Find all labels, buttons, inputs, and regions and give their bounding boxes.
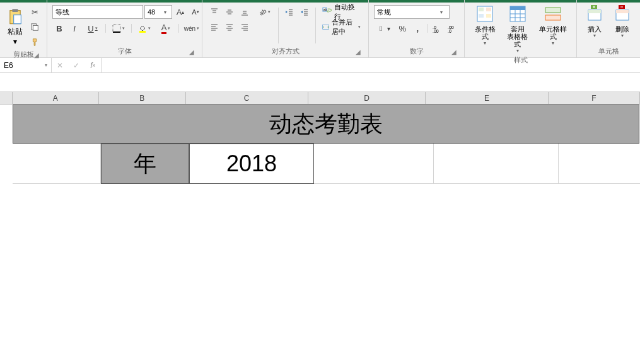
svg-rect-5 (113, 25, 120, 32)
insert-function-button[interactable]: fx (84, 58, 101, 72)
border-icon (112, 24, 121, 33)
font-size-input[interactable] (148, 8, 161, 16)
svg-text:ab: ab (258, 8, 267, 16)
formula-enter-button[interactable]: ✓ (68, 58, 84, 72)
svg-text:󰏢: 󰏢 (380, 25, 382, 32)
align-bottom-button[interactable] (238, 5, 252, 19)
align-middle-button[interactable] (223, 5, 236, 19)
cell-D2[interactable] (314, 144, 434, 184)
merge-center-button[interactable]: 合并后居中 ▾ (320, 20, 364, 34)
alignment-group-label: 对齐方式 (272, 47, 300, 55)
ribbon-group-number: ▾ 󰏢▾ % , .0.00 .00.0 数字 ◢ (369, 0, 465, 57)
merge-center-icon (322, 22, 329, 32)
worksheet[interactable]: 动态考勤表 年 2018 月 3 姓名 日期 星期 班次 1 2 3 4 四 五… (13, 105, 640, 184)
alignment-dialog-launcher[interactable]: ◢ (354, 47, 362, 55)
border-button[interactable]: ▾ (108, 21, 129, 35)
font-size-combo[interactable]: ▾ (144, 5, 172, 19)
name-box[interactable]: ▾ (0, 58, 52, 72)
wrap-text-icon: ab (322, 7, 332, 17)
title-cell[interactable]: 动态考勤表 (13, 105, 639, 144)
decrease-font-button[interactable]: A▾ (189, 5, 202, 19)
align-left-button[interactable] (207, 20, 221, 34)
ribbon: 粘贴 ▾ ✂ 剪贴板 ◢ ▾ ▾ (0, 0, 640, 58)
svg-rect-2 (14, 15, 21, 24)
percent-button[interactable]: % (395, 21, 409, 35)
clipboard-dialog-launcher[interactable]: ◢ (32, 50, 40, 59)
svg-rect-4 (33, 25, 38, 30)
delete-cells-button[interactable]: 删除 ▾ (610, 3, 635, 40)
accounting-format-button[interactable]: 󰏢▾ (374, 21, 394, 35)
align-right-button[interactable] (238, 20, 252, 34)
chevron-down-icon[interactable]: ▾ (440, 9, 443, 15)
copy-button[interactable] (28, 20, 42, 34)
chevron-down-icon[interactable]: ▾ (45, 62, 47, 68)
paste-button[interactable]: 粘贴 ▾ (5, 5, 25, 47)
align-center-button[interactable] (223, 20, 236, 34)
align-left-icon (210, 23, 219, 31)
cell-styles-button[interactable]: 单元格样式 ▾ (535, 3, 571, 47)
orientation-button[interactable]: ab▾ (254, 5, 274, 19)
formula-cancel-button[interactable]: ✕ (52, 58, 68, 72)
increase-decimal-button[interactable]: .0.00 (430, 21, 444, 35)
align-top-button[interactable] (207, 5, 221, 19)
svg-text:ab: ab (323, 8, 327, 11)
cell-styles-icon (543, 4, 563, 24)
font-name-combo[interactable]: ▾ (52, 5, 143, 19)
align-bottom-icon (240, 8, 249, 16)
decrease-decimal-button[interactable]: .00.0 (445, 21, 459, 35)
font-name-input[interactable] (55, 8, 143, 16)
increase-font-button[interactable]: A▴ (173, 5, 187, 19)
insert-cells-button[interactable]: 插入 ▾ (582, 3, 607, 40)
svg-rect-37 (545, 8, 561, 13)
decrease-indent-icon (285, 8, 294, 16)
cell-F2[interactable] (559, 144, 640, 184)
col-header-F[interactable]: F (549, 92, 640, 104)
underline-button[interactable]: U▾ (83, 21, 103, 35)
align-right-icon (240, 23, 249, 31)
col-header-A[interactable]: A (13, 92, 99, 104)
phonetic-button[interactable]: wén▾ (182, 21, 202, 35)
font-group-label: 字体 (118, 47, 132, 55)
cut-button[interactable]: ✂ (28, 5, 42, 19)
comma-button[interactable]: , (410, 21, 424, 35)
ribbon-group-font: ▾ ▾ A▴ A▾ B I U▾ ▾ ▾ A▾ wén▾ (47, 0, 202, 57)
svg-rect-32 (510, 6, 525, 10)
svg-rect-28 (486, 8, 491, 11)
italic-button[interactable]: I (67, 21, 81, 35)
col-header-D[interactable]: D (308, 92, 426, 104)
font-color-button[interactable]: A▾ (156, 21, 176, 35)
format-as-table-button[interactable]: 套用 表格格式 ▾ (503, 3, 533, 55)
select-all-corner[interactable] (0, 92, 13, 104)
chevron-down-icon[interactable]: ▾ (164, 9, 166, 15)
wrap-text-button[interactable]: ab 自动换行 (320, 5, 364, 19)
cell-year-value[interactable]: 2018 (189, 144, 314, 184)
decrease-decimal-icon: .00.0 (448, 24, 457, 33)
font-dialog-launcher[interactable]: ◢ (187, 47, 195, 55)
number-dialog-launcher[interactable]: ◢ (450, 47, 458, 55)
col-header-E[interactable]: E (426, 92, 548, 104)
svg-rect-40 (588, 10, 601, 13)
col-header-C[interactable]: C (186, 92, 308, 104)
styles-group-label: 样式 (514, 56, 528, 64)
svg-rect-29 (479, 14, 484, 18)
chevron-down-icon: ▾ (13, 37, 17, 46)
fill-color-button[interactable]: ▾ (134, 21, 154, 35)
cell-A2[interactable] (13, 144, 101, 184)
cell-E2[interactable] (434, 144, 559, 184)
conditional-formatting-button[interactable]: 条件格式 ▾ (470, 3, 500, 47)
format-painter-button[interactable] (28, 35, 42, 49)
number-format-combo[interactable]: ▾ (374, 5, 450, 19)
align-center-icon (225, 23, 234, 31)
bold-button[interactable]: B (52, 21, 66, 35)
delete-icon (612, 4, 632, 24)
name-box-input[interactable] (4, 61, 38, 70)
svg-rect-43 (616, 10, 629, 13)
number-format-input[interactable] (377, 8, 438, 16)
decrease-indent-button[interactable] (282, 5, 296, 19)
number-group-label: 数字 (410, 47, 424, 55)
clipboard-group-label: 剪贴板 (13, 50, 34, 58)
cell-year-label[interactable]: 年 (101, 144, 189, 184)
col-header-B[interactable]: B (99, 92, 185, 104)
svg-rect-30 (486, 14, 491, 18)
increase-indent-button[interactable] (298, 5, 311, 19)
